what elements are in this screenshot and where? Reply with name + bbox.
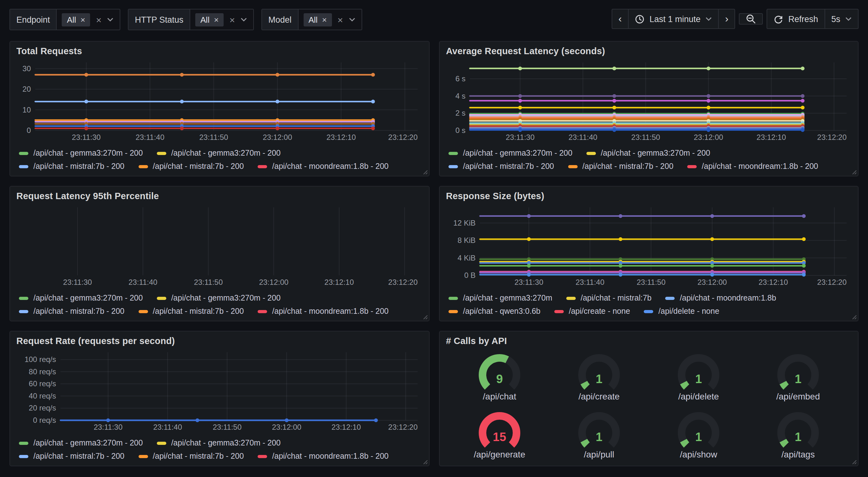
legend-color-chip [19,441,28,445]
legend-item[interactable]: /api/chat - mistral:7b - 200 [138,162,244,171]
filter-http-status: HTTP Status All × × [128,9,254,30]
filter-clear-icon[interactable]: × [338,14,343,25]
refresh-button[interactable]: Refresh [767,9,825,29]
svg-text:23:12:00: 23:12:00 [259,278,288,287]
panel-resize-handle[interactable] [422,168,428,175]
legend-item[interactable]: /api/chat - gemma3:270m - 200 [157,439,280,447]
panel-request-rate: Request Rate (requests per second) 0 req… [9,331,430,466]
gauge-label: /api/chat [483,391,516,401]
filter-value[interactable]: All × × [190,9,253,30]
legend-item[interactable]: /api/chat - gemma3:270m - 200 [19,439,143,447]
panel-chart: 010203023:11:3023:11:4023:11:5023:12:002… [17,57,423,143]
chip-remove-icon[interactable]: × [322,14,327,25]
svg-text:23:11:40: 23:11:40 [128,278,157,287]
panel-resize-handle[interactable] [850,168,857,175]
dashboard-root: Endpoint All × × HTTP Status All × × Mod [0,0,868,477]
gauge: 1 /api/create [549,354,649,404]
legend-item[interactable]: /api/create - none [554,307,630,316]
svg-text:23:11:50: 23:11:50 [199,133,228,142]
filter-label: Model [262,9,299,30]
chevron-down-icon[interactable] [107,18,113,22]
chevron-down-icon[interactable] [241,18,247,22]
gauge: 1 /api/pull [549,412,649,462]
legend-item[interactable]: /api/chat - mistral:7b - 200 [138,307,244,316]
legend-item[interactable]: /api/chat - gemma3:270m - 200 [19,149,143,157]
legend-item[interactable]: /api/chat - mistral:7b - 200 [19,452,124,460]
svg-text:4 s: 4 s [456,92,465,100]
legend-item[interactable]: /api/chat - mistral:7b [566,294,652,302]
gauge: 1 /api/embed [748,354,848,404]
legend-item-label: /api/chat - gemma3:270m - 200 [33,149,143,157]
legend-item-label: /api/chat - gemma3:270m [463,294,552,302]
legend-item[interactable]: /api/chat - gemma3:270m - 200 [19,294,143,302]
gauge-value: 1 [649,430,748,444]
panel-title[interactable]: Total Requests [17,46,423,56]
legend-item-label: /api/chat - gemma3:270m - 200 [171,294,280,302]
legend-item[interactable]: /api/chat - moondream:1.8b - 200 [258,452,389,460]
legend-color-chip [586,152,595,155]
legend-item[interactable]: /api/chat - mistral:7b - 200 [448,162,554,171]
refresh-interval-button[interactable]: 5s [824,9,859,29]
svg-text:23:11:50: 23:11:50 [637,278,665,287]
legend-item[interactable]: /api/chat - moondream:1.8b - 200 [687,162,818,171]
svg-text:4 KiB: 4 KiB [458,254,475,262]
panel-title[interactable]: # Calls by API [446,336,851,346]
filter-chip[interactable]: All × [303,13,332,26]
chip-remove-icon[interactable]: × [81,14,85,25]
panel-title[interactable]: Response Size (bytes) [446,191,851,201]
svg-text:40 req/s: 40 req/s [29,392,56,400]
filter-value[interactable]: All × × [298,9,361,30]
chip-remove-icon[interactable]: × [214,14,219,25]
time-range-button[interactable]: Last 1 minute [628,9,719,29]
svg-text:23:12:10: 23:12:10 [758,278,788,287]
legend-item[interactable]: /api/chat - mistral:7b - 200 [138,452,244,460]
legend-item[interactable]: /api/chat - mistral:7b - 200 [568,162,673,171]
legend-item-label: /api/chat - moondream:1.8b - 200 [272,162,389,171]
panel-legend: /api/chat - gemma3:270m /api/chat - mist… [446,288,851,317]
filter-chip[interactable]: All × [62,13,90,26]
filter-chip-label: All [308,14,317,25]
panel-resize-handle[interactable] [850,313,857,320]
filter-clear-icon[interactable]: × [229,14,235,25]
legend-item[interactable]: /api/delete - none [644,307,719,316]
time-forward-button[interactable]: › [718,9,735,29]
panel-legend: /api/chat - gemma3:270m - 200 /api/chat … [17,143,423,172]
filter-chip[interactable]: All × [195,13,224,26]
topbar: Endpoint All × × HTTP Status All × × Mod [0,0,868,31]
panel-resize-handle[interactable] [422,313,428,320]
legend-item-label: /api/delete - none [658,307,719,316]
chevron-right-icon: › [725,14,728,24]
filter-value[interactable]: All × × [57,9,120,30]
panel-title[interactable]: Request Latency 95th Percentile [17,191,423,201]
legend-item[interactable]: /api/chat - gemma3:270m - 200 [586,149,710,157]
legend-item[interactable]: /api/chat - mistral:7b - 200 [19,162,124,171]
legend-item[interactable]: /api/chat - moondream:1.8b [665,294,776,302]
gauge: 9 /api/chat [450,354,549,404]
legend-item[interactable]: /api/chat - gemma3:270m - 200 [157,149,280,157]
panel-resize-handle[interactable] [850,458,857,465]
svg-text:23:12:00: 23:12:00 [697,278,726,287]
zoom-out-button[interactable] [739,13,763,25]
panel-chart: 0 req/s20 req/s40 req/s60 req/s80 req/s1… [17,347,423,433]
refresh-label: Refresh [788,14,818,24]
panel-resize-handle[interactable] [422,458,428,465]
gauge-value: 1 [748,430,848,444]
panel-title[interactable]: Average Request Latency (seconds) [446,46,851,56]
legend-item[interactable]: /api/chat - moondream:1.8b - 200 [258,162,389,171]
panel-chart: 23:11:3023:11:4023:11:5023:12:0023:12:10… [17,202,423,288]
svg-text:6 s: 6 s [456,74,465,83]
svg-text:23:11:40: 23:11:40 [135,133,164,142]
chevron-left-icon: ‹ [619,14,622,24]
chevron-down-icon[interactable] [349,18,355,22]
legend-item[interactable]: /api/chat - gemma3:270m [448,294,552,302]
panel-title[interactable]: Request Rate (requests per second) [17,336,423,346]
svg-text:23:12:10: 23:12:10 [326,133,355,142]
legend-item[interactable]: /api/chat - mistral:7b - 200 [19,307,124,316]
time-back-button[interactable]: ‹ [612,9,629,29]
legend-item[interactable]: /api/chat - qwen3:0.6b [448,307,540,316]
filter-clear-icon[interactable]: × [96,14,102,25]
legend-item[interactable]: /api/chat - gemma3:270m - 200 [448,149,572,157]
legend-item[interactable]: /api/chat - moondream:1.8b - 200 [258,307,389,316]
legend-item[interactable]: /api/chat - gemma3:270m - 200 [157,294,280,302]
legend-color-chip [138,455,148,458]
